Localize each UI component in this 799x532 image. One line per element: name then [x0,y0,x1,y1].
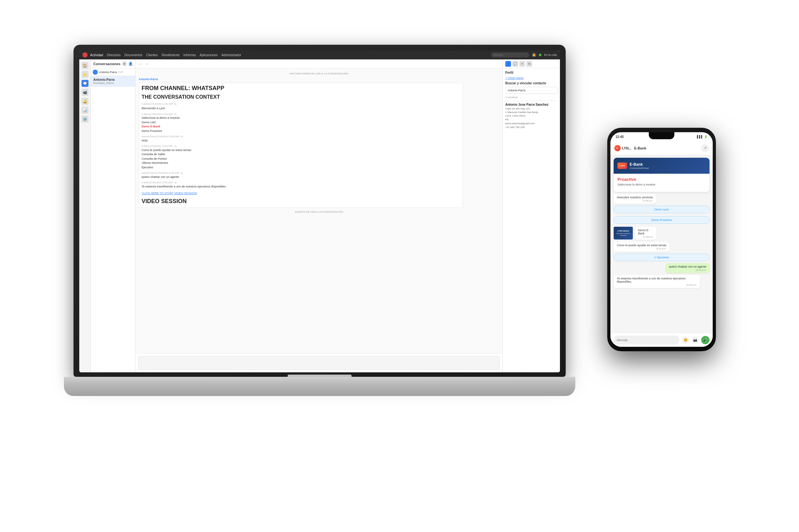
rp-create-new-link[interactable]: + Crear nuevo [505,76,557,79]
sidebar-icon-bell[interactable]: 🔔 [81,98,89,105]
rp-tab-person[interactable]: 👤 [505,61,511,67]
nav-aplicaciones[interactable]: Aplicaciones [200,53,218,57]
sidebar-icon-gear[interactable]: ⚙️ [81,116,89,122]
phone-card-content: Proactive Seleccione la demo a mostrar [614,174,709,192]
phone-help-text: Como te puedo ayudar en estos temas [617,244,666,247]
phone-mic-icon[interactable]: 🎤 [701,336,709,344]
phone-discover-msg: Descubre nuestros servicios 12:39 p.m. [614,194,656,204]
crm-nav-right: 🔔 En la cola [491,52,557,57]
rp-tab-settings[interactable]: ⚙ [526,61,532,67]
chat-messages: ANTONIO-PARRA SE UNió A LA CONVERSACIÓN … [135,68,503,353]
phone-emoji-icon[interactable]: 😊 [682,337,689,344]
phone-user-reply-time: 12:41 p.m. [669,269,706,271]
phone-card-proactive: Proactive [617,177,706,182]
phone-ebank-card: LYNN E-Bank ConnectedCloud Proactive Sel… [614,158,709,192]
status-dot-icon [539,54,541,56]
crm-app: Actividad Directorio Documentos Clientes… [79,51,560,372]
phone-chat-body: LYNN E-Bank ConnectedCloud Proactive Sel… [611,155,713,333]
nav-actividad[interactable]: Actividad [90,53,103,57]
msg-text-5: quiero chatear con un agente [142,175,460,179]
battery-icon: 🔋 [704,135,708,138]
phone-help-msg: Como te puedo ayudar en estos temas 12:4… [614,242,670,252]
video-session-label: VIDEO SESSION [142,197,460,206]
nav-informes[interactable]: Informes [183,53,196,57]
conv-item-antonio[interactable]: Antonio-Parra Econtact_Demo [91,76,135,87]
conv-item-sub: Econtact_Demo [93,81,133,84]
phone-notch [649,132,674,139]
sidebar-icon-star[interactable]: ⭐ [81,71,89,78]
phone-card-banner: LYNN E-Bank ConnectedCloud [614,158,709,174]
global-search-input[interactable] [491,52,529,57]
rp-tab-pencil[interactable]: ✏ [519,61,525,67]
chat-input[interactable] [138,356,500,370]
phone: 12:45 ▌▌▌ 🔋 L LYN... E-Bank ↗ [607,128,716,351]
chat-sender-label: Antonio-Parra [139,78,499,81]
phone-choice-demo-lynn[interactable]: Demo Lynn [614,206,709,213]
crm-main: 🏠 ⭐ 💬 📹 🔔 📊 ⚙️ Conversaciones [79,59,560,372]
phone-logo-circle: L [614,145,621,151]
nav-rendimiento[interactable]: Rendimiento [162,53,180,57]
chat-channel-title: FROM CHANNEL: WHATSAPP [142,85,460,92]
right-panel-content: Perfil + Crear nuevo Buscar y vincular c… [503,68,560,132]
nav-administrador[interactable]: Administrador [221,53,241,57]
sidebar-icon-home[interactable]: 🏠 [81,62,89,69]
phone-thumbnail-text: LYNN EBank [617,230,629,232]
phone-thumbnail: LYNN EBank Descubre nuestros servicios [614,227,633,240]
msg-ts-5: Antonio-Parra [27/04/2022 13:40 GMT -4] [142,171,460,175]
phone-chat-bank-name: E-Bank [634,146,698,150]
phone-choice-demo-proactive[interactable]: Demo Proactive [614,216,709,224]
sidebar-icon-chart[interactable]: 📊 [81,107,89,114]
rp-tab-chat[interactable]: 💬 [512,61,518,67]
nav-documentos[interactable]: Documentos [124,53,142,57]
msg-text-1: Bienvenido a Lynn [142,106,460,111]
msg-text-6: Te estamos transfiriendo a uno de nuestr… [142,185,460,189]
rp-search-input[interactable] [505,87,557,94]
nav-clientes[interactable]: Clientes [146,53,158,57]
chat-forward-icon[interactable]: → [145,62,149,66]
bell-icon[interactable]: 🔔 [532,53,536,57]
crm-topbar: Actividad Directorio Documentos Clientes… [79,51,560,59]
msg-text-4: Como te puedo ayudar en estos temas:Cons… [142,148,460,170]
chat-back-icon[interactable]: ← [139,62,143,66]
sidebar-icon-video[interactable]: 📹 [81,89,89,96]
phone-time: 12:45 [616,135,624,138]
conv-person-icon[interactable]: 👤 [128,62,133,66]
conv-header: Conversaciones ⚙ 👤 [91,59,135,68]
phone-share-icon[interactable]: ↗ [701,144,709,152]
phone-card-logo-img: LYNN [617,163,627,169]
crm-chat-area: ← → ANTONIO-PARRA SE UNió A LA CONVERSAC… [135,59,503,372]
conversations-panel: Conversaciones ⚙ 👤 Antonio-Parra 0:24 An… [91,59,135,372]
phone-camera-icon[interactable]: 📷 [692,337,698,344]
conv-settings-icon[interactable]: ⚙ [122,62,127,66]
msg-ts-6: E-Bank [27/04/2022 13:45 GMT -4] [142,181,460,185]
phone-message-input[interactable] [614,336,679,345]
msg-ts-1: E-Bank [27/04/2022 13:39 GMT -4] [142,102,460,106]
click-here-link[interactable]: CLICK HERE TO START VIDEO SESSION [142,192,197,195]
phone-inline-time: 12:39 p.m. [638,236,653,238]
crm-nav: Actividad Directorio Documentos Clientes… [90,53,488,57]
rp-profile-email: parra.antonio@gmail.com [505,122,557,125]
chat-channel-bubble: FROM CHANNEL: WHATSAPP THE CONVERSATION … [139,83,463,208]
scene: Actividad Directorio Documentos Clientes… [0,0,799,532]
phone-card-description: Seleccione la demo a mostrar [617,183,706,186]
phone-inline-msg: LYNN EBank Descubre nuestros servicios D… [614,227,709,240]
rp-search-label: Buscar y vincular contacto [505,81,557,85]
sidebar-icon-chat[interactable]: 💬 [81,80,89,87]
phone-agent-transfer-time: 12:45 p.m. [617,284,697,286]
crm-logo-icon [83,52,88,57]
conv-contact-name: Antonio-Parra [99,71,117,74]
status-text: En la cola [544,53,557,57]
msg-text-2: Seleccione la demo a mostrar:Demo LMCDem… [142,116,460,133]
phone-chat-header: L LYN... E-Bank ↗ [611,141,713,155]
laptop-screen-inner: Actividad Directorio Documentos Clientes… [79,51,560,372]
phone-discover-time: 12:39 p.m. [617,200,653,202]
phone-status-icons: ▌▌▌ 🔋 [697,135,708,138]
conv-item-name: Antonio-Parra [93,78,133,81]
phone-app-name: LYN... [622,146,632,150]
phone-options-btn[interactable]: ≡ Opciones [614,253,709,261]
nav-directorio[interactable]: Directorio [107,53,121,57]
chat-input-area [135,353,503,372]
rp-profile-phone: +51 940 790 230 [505,126,557,129]
conv-timer: 0:24 [118,71,123,73]
laptop: Actividad Directorio Documentos Clientes… [64,45,575,396]
